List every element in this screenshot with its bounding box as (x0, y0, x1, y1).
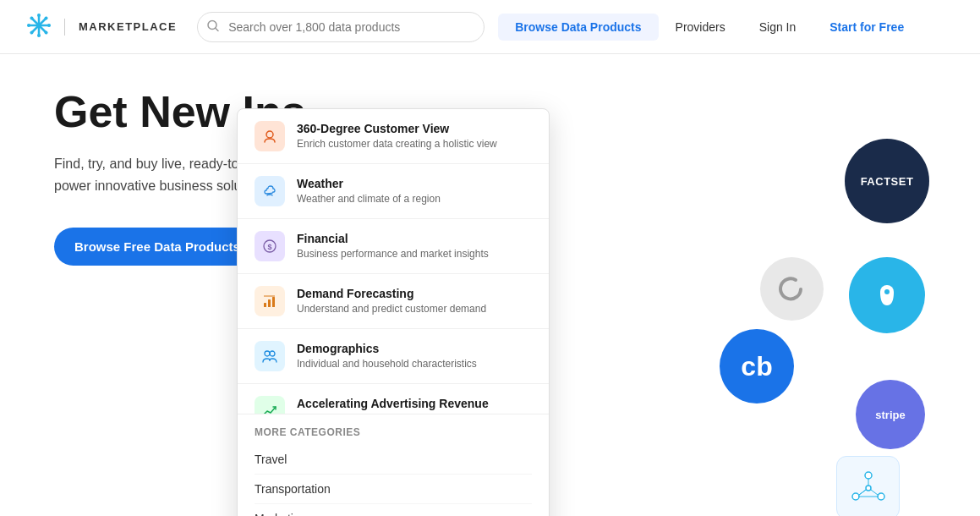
item-360-desc: Enrich customer data creating a holistic… (297, 137, 532, 151)
advertising-icon (255, 396, 285, 414)
item-demographics-desc: Individual and household characteristics (297, 357, 532, 371)
demand-icon (255, 286, 285, 316)
svg-point-25 (266, 131, 273, 138)
svg-rect-28 (264, 303, 266, 307)
logo-area: MARKETPLACE (27, 14, 177, 41)
providers-link[interactable]: Providers (659, 14, 742, 41)
marketplace-label: MARKETPLACE (79, 20, 177, 33)
factset-text: FACTSET (861, 175, 914, 188)
dropdown-item-demographics[interactable]: Demographics Individual and household ch… (238, 329, 549, 384)
svg-rect-29 (268, 299, 271, 307)
crunchbase-text: cb (741, 351, 772, 382)
svg-point-9 (45, 30, 48, 34)
more-cat-transportation[interactable]: Transportation (255, 475, 532, 504)
dropdown-scroll-area[interactable]: 360-Degree Customer View Enrich customer… (238, 109, 549, 414)
factset-logo: FACTSET (845, 139, 929, 223)
partner-logos: FACTSET cb stripe (709, 71, 946, 511)
svg-point-16 (865, 472, 872, 479)
search-input[interactable] (197, 12, 485, 42)
more-cat-marketing[interactable]: Marketing (255, 504, 532, 516)
start-free-link[interactable]: Start for Free (813, 14, 921, 41)
main-content: Get New Ins Find, try, and buy live, rea… (0, 54, 980, 516)
item-weather-title: Weather (297, 177, 532, 190)
crunchbase-logo: cb (720, 329, 794, 403)
svg-line-13 (216, 28, 218, 30)
browse-data-products-button[interactable]: Browse Data Products (498, 14, 658, 41)
svg-point-11 (30, 30, 34, 34)
search-wrapper (197, 12, 485, 42)
main-nav: Browse Data Products Providers Sign In S… (498, 14, 921, 41)
header: MARKETPLACE Browse Data Products Provide… (0, 0, 980, 54)
item-weather-desc: Weather and climate of a region (297, 192, 532, 206)
svg-rect-30 (272, 297, 275, 307)
item-financial-desc: Business performance and market insights (297, 247, 532, 261)
svg-point-5 (37, 34, 41, 37)
financial-icon: $ (255, 231, 285, 261)
svg-point-4 (37, 14, 41, 17)
svg-point-7 (47, 24, 51, 27)
item-advertising-title: Accelerating Advertising Revenue (297, 397, 532, 410)
dropdown-item-360[interactable]: 360-Degree Customer View Enrich customer… (238, 109, 549, 164)
snowflake-icon (27, 14, 51, 41)
svg-point-32 (265, 351, 270, 356)
more-categories-section: More Categories Travel Transportation Ma… (238, 414, 549, 516)
weather-icon (255, 176, 285, 206)
item-360-title: 360-Degree Customer View (297, 122, 532, 135)
item-advertising-desc: Increase effectiveness of your ad invent… (297, 412, 532, 414)
more-cat-travel[interactable]: Travel (255, 445, 532, 475)
svg-point-19 (866, 486, 871, 491)
svg-point-10 (45, 16, 48, 19)
item-demographics-title: Demographics (297, 342, 532, 355)
more-categories-label: More Categories (255, 426, 532, 438)
item-financial-title: Financial (297, 232, 532, 245)
c-logo (760, 257, 824, 321)
stripe-logo: stripe (856, 380, 925, 449)
browse-free-button[interactable]: Browse Free Data Products (54, 228, 260, 266)
svg-text:$: $ (267, 243, 271, 251)
svg-point-17 (852, 493, 859, 500)
dropdown-item-weather[interactable]: Weather Weather and climate of a region (238, 164, 549, 219)
dropdown-item-demand[interactable]: Demand Forecasting Understand and predic… (238, 274, 549, 329)
stripe-text: stripe (875, 409, 905, 421)
svg-line-24 (859, 490, 866, 495)
signin-link[interactable]: Sign In (742, 14, 813, 41)
logo-divider (64, 19, 65, 36)
geo-network-logo (836, 456, 900, 516)
search-dropdown: 360-Degree Customer View Enrich customer… (237, 108, 550, 516)
dropdown-item-advertising[interactable]: Accelerating Advertising Revenue Increas… (238, 384, 549, 414)
pagerduty-logo (849, 257, 925, 333)
item-demand-title: Demand Forecasting (297, 287, 532, 300)
item-demand-desc: Understand and predict customer demand (297, 302, 532, 316)
svg-point-18 (878, 493, 884, 500)
search-icon (207, 19, 219, 34)
svg-point-15 (884, 289, 890, 294)
dropdown-item-financial[interactable]: $ Financial Business performance and mar… (238, 219, 549, 274)
svg-point-33 (270, 351, 275, 356)
demographics-icon (255, 341, 285, 371)
svg-point-6 (27, 24, 30, 27)
360-icon (255, 121, 285, 151)
svg-line-22 (871, 490, 878, 495)
svg-point-8 (30, 16, 34, 19)
